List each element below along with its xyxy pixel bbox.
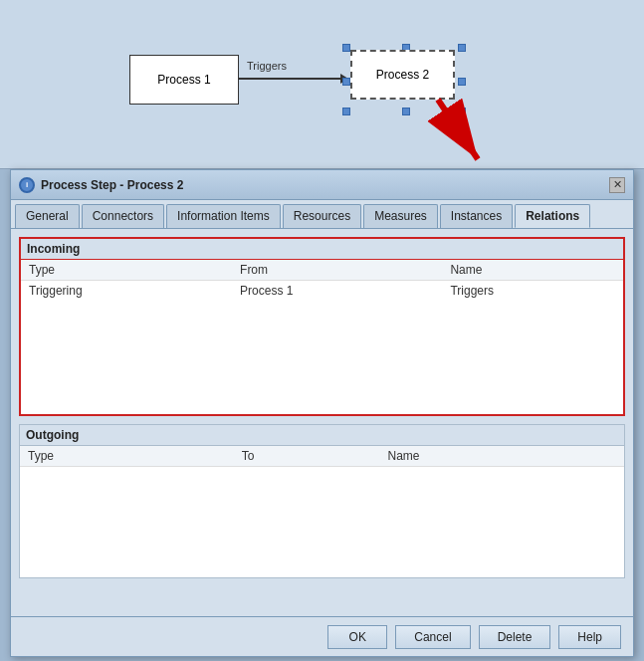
dialog-content: Incoming Type From Name Triggering Proce… [11,229,633,645]
outgoing-header: Outgoing [20,425,624,446]
handle-bm[interactable] [402,108,410,115]
process1-box[interactable]: Process 1 [129,55,239,105]
incoming-col-name: Name [442,260,623,281]
outgoing-col-to: To [234,446,380,467]
handle-ml[interactable] [342,78,350,86]
tab-relations[interactable]: Relations [515,204,590,228]
outgoing-section: Outgoing Type To Name [19,424,625,578]
red-arrow-icon [428,95,488,172]
incoming-section: Incoming Type From Name Triggering Proce… [19,237,625,416]
tabs-container: General Connectors Information Items Res… [11,200,633,229]
outgoing-col-type: Type [20,446,234,467]
process1-label: Process 1 [157,73,210,87]
dialog-buttons: OK Cancel Delete Help [11,616,633,656]
tab-general[interactable]: General [15,204,80,228]
canvas-area: Process 1 Triggers Process 2 [0,0,644,169]
delete-button[interactable]: Delete [479,625,551,649]
tab-resources[interactable]: Resources [283,204,361,228]
dialog: i Process Step - Process 2 ✕ General Con… [10,169,634,657]
ok-button[interactable]: OK [327,625,387,649]
incoming-header: Incoming [21,239,623,260]
dialog-icon: i [19,177,35,193]
tab-connectors[interactable]: Connectors [82,204,164,228]
handle-mr[interactable] [458,78,466,86]
incoming-col-type: Type [21,260,232,281]
row-type: Triggering [21,281,232,302]
outgoing-table: Type To Name [20,446,624,467]
cancel-button[interactable]: Cancel [395,625,470,649]
handle-bl[interactable] [342,108,350,115]
incoming-table: Type From Name Triggering Process 1 Trig… [21,260,623,301]
tab-instances[interactable]: Instances [440,204,513,228]
handle-tr[interactable] [458,44,466,52]
outgoing-col-name: Name [379,446,624,467]
connector-label: Triggers [247,60,287,72]
dialog-title: Process Step - Process 2 [41,178,183,192]
table-row[interactable]: Triggering Process 1 Triggers [21,281,623,302]
close-button[interactable]: ✕ [609,177,625,193]
row-from: Process 1 [232,281,442,302]
handle-tl[interactable] [342,44,350,52]
help-button[interactable]: Help [558,625,621,649]
incoming-table-header-row: Type From Name [21,260,623,281]
process2-label: Process 2 [376,68,429,82]
incoming-col-from: From [232,260,442,281]
row-name: Triggers [442,281,623,302]
process2-box[interactable]: Process 2 [350,50,455,100]
connector-line [239,78,343,80]
tab-measures[interactable]: Measures [363,204,438,228]
outgoing-table-header-row: Type To Name [20,446,624,467]
svg-line-1 [438,100,478,159]
dialog-titlebar: i Process Step - Process 2 ✕ [11,170,633,200]
tab-information-items[interactable]: Information Items [166,204,281,228]
dialog-title-left: i Process Step - Process 2 [19,177,183,193]
